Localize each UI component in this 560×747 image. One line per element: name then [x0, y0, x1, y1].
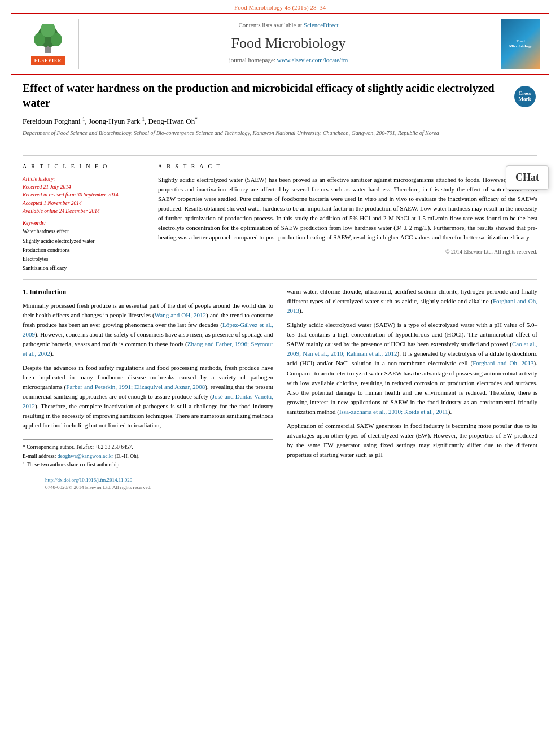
ref-lopez2009[interactable]: López-Gálvez et al., 2009 [23, 321, 273, 338]
footnotes: * Corresponding author. Tel./fax: +82 33… [23, 439, 273, 469]
crossmark-badge[interactable]: CrossMark [512, 84, 537, 109]
body-para-2: Despite the advances in food safety regu… [23, 363, 273, 430]
body-para-4: Slightly acidic electrolyzed water (SAEW… [287, 320, 537, 416]
article-info-abstract: A R T I C L E I N F O Article history: R… [23, 163, 537, 273]
keywords-list: Water hardness effect Slightly acidic el… [23, 227, 147, 273]
body-columns: 1. Introduction Minimally processed fres… [23, 287, 537, 469]
article-info-heading: A R T I C L E I N F O [23, 163, 147, 171]
homepage-link[interactable]: journal homepage: www.elsevier.com/locat… [90, 56, 487, 64]
article-title-text: Effect of water hardness on the producti… [23, 81, 506, 144]
sciencedirect-link[interactable]: Contents lists available at ScienceDirec… [90, 21, 487, 29]
elsevier-logo: ELSEVIER [17, 19, 79, 69]
elsevier-label: ELSEVIER [31, 56, 65, 65]
homepage-anchor[interactable]: www.elsevier.com/locate/fm [277, 56, 348, 63]
received-date: Received 21 July 2014 [23, 183, 147, 191]
intro-heading: 1. Introduction [23, 287, 273, 298]
article-body: Effect of water hardness on the producti… [0, 75, 560, 504]
ref-farber1991[interactable]: Farber and Peterkin, 1991; Elizaquível a… [66, 383, 205, 390]
ref-forghani2013a[interactable]: Forghani and Oh, 2013 [287, 298, 537, 314]
footnote-star: * Corresponding author. Tel./fax: +82 33… [23, 443, 273, 452]
journal-citation: Food Microbiology 48 (2015) 28–34 [234, 4, 326, 11]
article-authors: Fereidoun Forghani 1, Joong-Hyun Park 1,… [23, 116, 506, 127]
journal-header: ELSEVIER Contents lists available at Sci… [11, 13, 549, 75]
ref-jose2012[interactable]: José and Dantas Vanetti, 2012 [23, 393, 273, 409]
bottom-bar: http://dx.doi.org/10.1016/j.fm.2014.11.0… [23, 474, 537, 493]
ref-issa2010[interactable]: Issa-zacharia et al., 2010; Koide et al.… [339, 408, 448, 415]
abstract-text: Slightly acidic electrolyzed water (SAEW… [158, 175, 537, 242]
ref-zhang1996[interactable]: Zhang and Farber, 1996; Seymour et al., … [23, 340, 273, 357]
ref-wang2012[interactable]: Wang and OH, 2012 [155, 312, 206, 318]
keyword-2: Slightly acidic electrolyzed water [23, 237, 147, 246]
body-col-left: 1. Introduction Minimally processed fres… [23, 287, 273, 469]
journal-name: Food Microbiology [90, 33, 487, 54]
article-history-label: Article history: [23, 175, 147, 183]
accepted-date: Accepted 1 November 2014 [23, 199, 147, 207]
footnote-email: E-mail address: deoghwa@kangwon.ac.kr (D… [23, 452, 273, 461]
journal-title-area: Contents lists available at ScienceDirec… [79, 19, 498, 69]
footnote-email-link[interactable]: deoghwa@kangwon.ac.kr [58, 453, 113, 459]
body-para-5: Application of commercial SAEW generator… [287, 421, 537, 460]
crossmark-icon: CrossMark [514, 86, 536, 107]
chat-label: CHat [515, 172, 539, 183]
body-para-3: warm water, chlorine dioxide, ultrasound… [287, 287, 537, 316]
sciencedirect-anchor[interactable]: ScienceDirect [304, 21, 339, 28]
elsevier-tree-icon [25, 24, 71, 55]
received-revised-label: Received in revised form 30 September 20… [23, 191, 147, 199]
abstract-section: A B S T R A C T Slightly acidic electrol… [158, 163, 537, 273]
journal-citation-bar: Food Microbiology 48 (2015) 28–34 [0, 0, 560, 13]
article-affiliation: Department of Food Science and Biotechno… [23, 129, 506, 137]
body-col-right: warm water, chlorine dioxide, ultrasound… [287, 287, 537, 469]
section-divider [23, 155, 537, 156]
keywords-heading: Keywords: [23, 220, 147, 227]
keyword-1: Water hardness effect [23, 227, 147, 236]
journal-cover-image: FoodMicrobiology [501, 19, 540, 69]
article-title-section: Effect of water hardness on the producti… [23, 81, 537, 148]
keywords-section: Keywords: Water hardness effect Slightly… [23, 220, 147, 273]
chat-widget[interactable]: CHat [506, 165, 549, 190]
abstract-heading: A B S T R A C T [158, 163, 537, 171]
article-title: Effect of water hardness on the producti… [23, 81, 506, 110]
ref-cao2009[interactable]: Cao et al., 2009; Nan et al., 2010; Rahm… [287, 340, 537, 357]
doi-link[interactable]: http://dx.doi.org/10.1016/j.fm.2014.11.0… [45, 477, 132, 483]
keyword-4: Electrolytes [23, 255, 147, 264]
copyright-line: © 2014 Elsevier Ltd. All rights reserved… [158, 248, 537, 256]
keyword-5: Sanitization efficacy [23, 264, 147, 273]
footnote-1: 1 These two authors share co-first autho… [23, 461, 273, 469]
article-info-panel: A R T I C L E I N F O Article history: R… [23, 163, 147, 273]
available-date: Available online 24 December 2014 [23, 207, 147, 215]
article-history: Article history: Received 21 July 2014 R… [23, 175, 147, 215]
ref-forghani2013b[interactable]: Forghani and Oh, 2013 [473, 360, 533, 366]
body-para-1: Minimally processed fresh produce is an … [23, 301, 273, 359]
body-divider [23, 279, 537, 280]
keyword-3: Production conditions [23, 246, 147, 255]
issn-line: 0740-0020/© 2014 Elsevier Ltd. All right… [45, 484, 151, 490]
journal-thumbnail: FoodMicrobiology [498, 19, 543, 69]
